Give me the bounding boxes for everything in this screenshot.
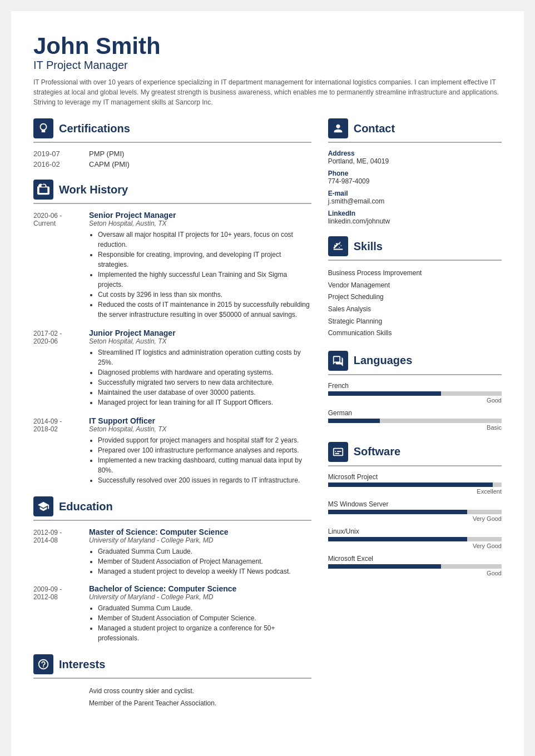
language-bar-container [328,391,502,396]
edu-details: Master of Science: Computer Science Univ… [89,528,311,576]
work-bullet: Responsible for creating, improving, and… [98,250,311,270]
work-company: Seton Hospital, Austin, TX [89,220,311,227]
contact-icon [328,118,348,138]
interests-icon [33,654,53,674]
interests-text: Avid cross country skier and cyclist.Mem… [33,685,311,709]
work-svg-icon [37,183,49,196]
main-content: Certifications 2019-07PMP (PMI)2016-02CA… [33,118,502,745]
edu-date: 2009-09 -2012-08 [33,584,78,643]
edu-bullet: Managed a student project to organize a … [98,623,311,643]
languages-header: Languages [328,351,502,371]
interests-svg-icon [37,658,49,670]
languages-list: French Good German Basic [328,382,502,431]
software-level: Excellent [328,488,502,495]
cert-svg-icon [37,122,49,135]
software-level: Very Good [328,543,502,549]
skill-item: Business Process Improvement [328,267,502,280]
header-section: John Smith IT Project Manager IT Profess… [33,33,502,107]
work-bullet: Managed project for lean training for al… [98,397,311,407]
software-header: Software [328,442,502,462]
software-level: Very Good [328,515,502,522]
edu-school: University of Maryland - College Park, M… [89,593,311,601]
interests-section: Interests Avid cross country skier and c… [33,654,311,709]
skill-item: Vendor Management [328,280,502,292]
certifications-list: 2019-07PMP (PMI)2016-02CAPM (PMI) [33,150,311,168]
skills-divider [328,260,502,261]
email-label: E-mail [328,190,502,197]
work-bullet: Prepared over 100 infrastructure perform… [98,445,311,455]
software-bar-fill [328,510,467,514]
software-bar-container [328,537,502,541]
software-bar-container [328,510,502,514]
software-bar-fill [328,483,493,487]
work-date: 2020-06 -Current [33,211,78,320]
skills-svg-icon [332,240,344,252]
work-details: IT Support Officer Seton Hospital, Austi… [89,416,311,485]
work-history-list: 2020-06 -Current Senior Project Manager … [33,211,311,485]
software-bar-fill [328,537,467,541]
candidate-title: IT Project Manager [33,59,502,72]
contact-header: Contact [328,118,502,138]
education-divider [33,520,311,521]
software-divider [328,465,502,466]
work-bullets: Oversaw all major hospital IT projects f… [89,230,311,320]
work-bullet: Provided support for project managers an… [98,435,311,445]
work-details: Junior Project Manager Seton Hospital, A… [89,329,311,407]
work-bullet: Implemented a new tracking dashboard, cu… [98,455,311,475]
edu-bullets: Graduated Summa Cum Laude.Member of Stud… [89,546,311,576]
cert-date: 2016-02 [33,160,78,168]
work-bullet: Diagnosed problems with hardware and ope… [98,367,311,377]
edu-bullet: Member of Student Association of Project… [98,556,311,566]
contact-phone: Phone 774-987-4009 [328,170,502,185]
software-item: MS Windows Server Very Good [328,500,502,522]
work-title: Junior Project Manager [89,329,311,337]
languages-icon [328,351,348,371]
language-name: German [328,409,502,417]
skills-icon [328,236,348,256]
edu-bullets: Graduated Summa Cum Laude.Member of Stud… [89,603,311,643]
interest-item: Avid cross country skier and cyclist. [89,685,311,698]
work-bullet: Successfully migrated two servers to new… [98,377,311,387]
software-bar-fill [328,564,441,569]
software-name: Microsoft Excel [328,555,502,563]
edu-details: Bachelor of Science: Computer Science Un… [89,584,311,643]
work-history-icon [33,180,53,200]
work-date: 2014-09 -2018-02 [33,416,78,485]
skill-item: Sales Analysis [328,304,502,316]
work-bullet: Successfully resolved over 200 issues in… [98,475,311,485]
linkedin-label: LinkedIn [328,210,502,217]
candidate-name: John Smith [33,33,502,59]
software-item: Linux/Unix Very Good [328,528,502,549]
work-history-title: Work History [59,183,128,196]
work-bullet: Streamlined IT logistics and administrat… [98,347,311,367]
cert-name: PMP (PMI) [89,150,124,158]
software-section: Software Microsoft Project Excellent MS … [328,442,502,576]
software-name: Linux/Unix [328,528,502,535]
edu-svg-icon [37,500,49,513]
interests-divider [33,678,311,679]
work-bullets: Streamlined IT logistics and administrat… [89,347,311,407]
software-level: Good [328,570,502,576]
certifications-divider [33,142,311,143]
contact-section: Contact Address Portland, ME, 04019 Phon… [328,118,502,225]
work-bullet: Cut costs by 3296 in less than six month… [98,290,311,300]
language-bar-fill [328,419,380,423]
education-entry: 2012-09 -2014-08 Master of Science: Comp… [33,528,311,576]
software-bar-container [328,564,502,569]
resume-container: John Smith IT Project Manager IT Profess… [11,11,524,756]
work-company: Seton Hospital, Austin, TX [89,337,311,345]
edu-bullet: Graduated Summa Cum Laude. [98,546,311,556]
work-bullet: Maintained the user database of over 300… [98,387,311,397]
work-history-section: Work History 2020-06 -Current Senior Pro… [33,180,311,485]
address-label: Address [328,150,502,157]
software-item: Microsoft Excel Good [328,555,502,576]
language-level: Good [328,397,502,404]
skill-item: Project Scheduling [328,291,502,304]
interests-title: Interests [59,658,105,671]
education-entry: 2009-09 -2012-08 Bachelor of Science: Co… [33,584,311,643]
work-history-divider [33,203,311,204]
software-item: Microsoft Project Excellent [328,473,502,495]
software-bar-container [328,483,502,487]
linkedin-value: linkedin.com/johnutw [328,217,502,225]
certifications-icon [33,118,53,138]
